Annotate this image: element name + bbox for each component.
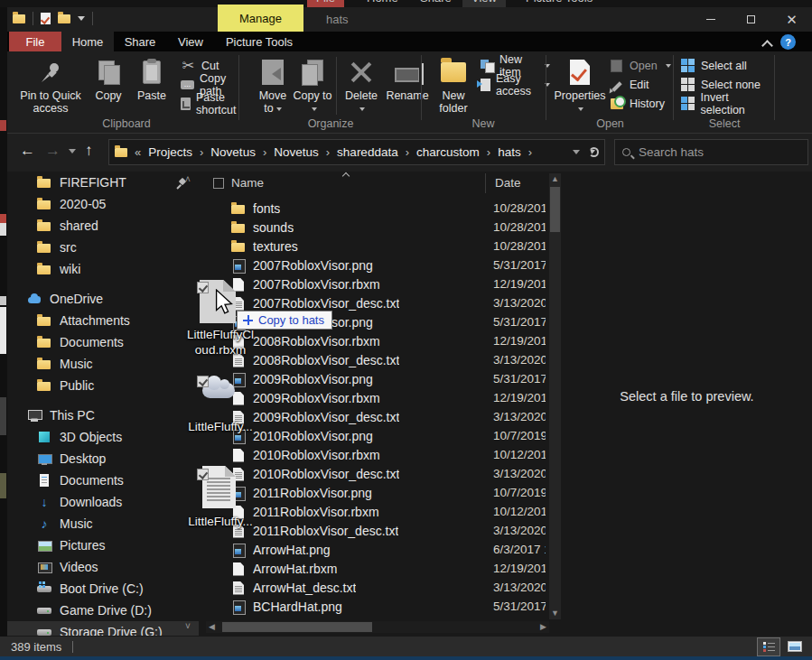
sidebar-item[interactable]: Desktop — [7, 448, 199, 469]
column-header-date[interactable]: Date — [495, 176, 521, 190]
horizontal-scrollbar[interactable]: ◀ ▶ — [206, 621, 549, 633]
qat-dropdown-icon[interactable] — [78, 16, 85, 21]
maximize-button[interactable] — [731, 7, 771, 32]
search-box[interactable] — [614, 139, 808, 165]
copy-to-button[interactable]: Copy to — [293, 55, 332, 115]
file-row[interactable]: 2007RobloxVisor.rbxm 12/19/2018 — [206, 274, 549, 293]
file-row[interactable]: sounds 10/28/2018 — [206, 218, 549, 237]
file-date: 5/31/2017 7 — [493, 372, 546, 386]
sidebar-item[interactable]: 2020-05 — [7, 193, 199, 215]
scroll-up-icon[interactable]: ▲ — [549, 173, 561, 185]
sidebar-scroll-up-icon[interactable]: ˄ — [185, 174, 194, 183]
pin-to-quick-access-button[interactable]: Pin to Quick access — [14, 55, 87, 115]
recent-locations-icon[interactable] — [69, 149, 76, 153]
file-row[interactable]: ArrowHat.png 6/3/2017 11 — [206, 540, 549, 559]
file-row[interactable]: fonts 10/28/2018 — [206, 199, 549, 218]
sidebar-item[interactable]: wiki — [7, 258, 199, 280]
history-button[interactable]: History — [609, 95, 671, 112]
sidebar-item[interactable]: Pictures — [7, 535, 199, 556]
horizontal-scrollbar-thumb[interactable] — [222, 622, 372, 632]
breadcrumb-segment[interactable]: charcustom — [416, 145, 480, 159]
search-input[interactable] — [639, 145, 800, 159]
new-folder-button[interactable]: New folder — [430, 55, 477, 115]
qat-new-folder-icon[interactable] — [58, 14, 70, 23]
sidebar-item[interactable]: Documents — [7, 469, 199, 491]
sidebar-item[interactable]: Videos — [7, 556, 199, 578]
tab-file[interactable]: File — [9, 32, 61, 51]
dropdown-icon — [359, 107, 365, 111]
details-view-button[interactable] — [757, 637, 780, 656]
file-row[interactable]: ArrowHat.rbxm 12/19/2018 — [206, 559, 549, 578]
file-name: 2009RobloxVisor.rbxm — [253, 391, 380, 405]
breadcrumb-segment[interactable]: hats — [498, 145, 521, 159]
tab-share[interactable]: Share — [114, 32, 166, 51]
file-name: 2011RobloxVisor_desc.txt — [253, 524, 398, 538]
refresh-icon[interactable] — [589, 147, 599, 157]
tab-manage[interactable]: Manage — [218, 5, 303, 32]
sidebar-item[interactable]: Downloads — [7, 491, 199, 513]
scroll-right-icon[interactable]: ▶ — [537, 621, 549, 633]
sidebar-item[interactable]: Game Drive (D:) — [7, 600, 199, 621]
breadcrumb-segment[interactable]: Novetus — [274, 145, 319, 159]
tab-picture-tools[interactable]: Picture Tools — [215, 32, 303, 51]
sidebar-item[interactable]: Storage Drive (G:) — [7, 621, 199, 636]
open-button[interactable]: Open — [609, 57, 671, 74]
invert-selection-button[interactable]: Invert selection — [680, 95, 774, 112]
edit-button[interactable]: Edit — [609, 76, 671, 93]
easy-access-button[interactable]: Easy access — [481, 76, 550, 93]
select-all-button[interactable]: Select all — [680, 57, 774, 74]
file-row[interactable]: 2009RobloxVisor.rbxm 12/19/2018 — [206, 388, 549, 407]
help-icon[interactable]: ? — [780, 34, 796, 50]
copy-button[interactable]: Copy — [87, 55, 130, 102]
file-row[interactable]: 2011RobloxVisor.png 10/7/2019 3 — [206, 483, 549, 502]
qat-properties-icon[interactable] — [41, 13, 51, 24]
file-row[interactable]: textures 10/28/2018 — [206, 237, 549, 256]
vertical-scrollbar[interactable]: ▲ ▼ — [549, 173, 561, 619]
sidebar-item[interactable]: shared — [7, 215, 199, 237]
forward-button[interactable]: → — [45, 142, 61, 160]
file-row[interactable]: 2007RobloxVisor_desc.txt 3/13/2020 8 — [206, 293, 549, 312]
scroll-down-icon[interactable]: ▼ — [549, 608, 561, 619]
column-divider[interactable] — [485, 173, 486, 193]
qat-folder-icon[interactable] — [13, 14, 25, 23]
properties-button[interactable]: Properties — [553, 55, 607, 115]
delete-button[interactable]: Delete — [341, 55, 382, 115]
sidebar-scroll-down-icon[interactable]: ˅ — [185, 621, 194, 630]
tab-view[interactable]: View — [166, 32, 215, 51]
file-row[interactable]: 2009RobloxVisor.png 5/31/2017 7 — [206, 369, 549, 388]
paste-shortcut-button[interactable]: Paste shortcut — [181, 95, 241, 112]
file-date: 3/13/2020 8 — [493, 524, 546, 537]
breadcrumb-segment[interactable]: Novetus — [210, 145, 256, 159]
file-row[interactable]: ArrowHat_desc.txt 3/13/2020 8 — [206, 578, 549, 597]
paste-button[interactable]: Paste — [130, 55, 173, 102]
address-dropdown-icon[interactable] — [573, 150, 580, 154]
close-button[interactable]: ✕ — [771, 7, 812, 32]
file-row[interactable]: BCHardHat.png 5/31/2017 7 — [206, 597, 549, 616]
vertical-scrollbar-thumb[interactable] — [550, 187, 560, 232]
breadcrumb-overflow-icon[interactable]: « — [135, 145, 141, 159]
back-button[interactable]: ← — [20, 142, 35, 160]
collapse-ribbon-icon[interactable] — [763, 39, 771, 47]
file-row[interactable]: 2010RobloxVisor.rbxm 10/12/2019 — [206, 445, 549, 464]
file-row[interactable]: 2007RobloxVisor.png 5/31/2017 7 — [206, 256, 549, 274]
scroll-left-icon[interactable]: ◀ — [206, 621, 218, 633]
up-button[interactable]: ↑ — [85, 142, 93, 160]
file-row[interactable]: 2010RobloxVisor_desc.txt 3/13/2020 8 — [206, 464, 549, 483]
thumbnail-view-button[interactable] — [783, 637, 807, 656]
tab-home[interactable]: Home — [61, 32, 114, 51]
breadcrumb-segment[interactable]: Projects — [148, 145, 192, 159]
sidebar-item[interactable]: FIREFIGHT — [7, 172, 199, 193]
move-to-button[interactable]: Move to — [253, 55, 293, 115]
select-all-checkbox[interactable] — [213, 178, 224, 189]
qat-separator — [33, 12, 33, 25]
sidebar-item[interactable]: src — [7, 237, 199, 258]
minimize-button[interactable] — [690, 7, 731, 32]
column-header-name[interactable]: Name — [231, 176, 264, 190]
breadcrumb-segment[interactable]: shareddata — [337, 145, 398, 159]
sidebar-item-icon — [37, 581, 51, 596]
sidebar-item[interactable]: OneDrive — [7, 288, 199, 310]
dropdown-icon — [276, 107, 282, 111]
address-bar[interactable]: « Projects › Novetus › Novetus › sharedd… — [108, 139, 605, 165]
sidebar-item[interactable]: Boot Drive (C:) — [7, 578, 199, 600]
sidebar-item[interactable]: Public — [7, 375, 199, 396]
